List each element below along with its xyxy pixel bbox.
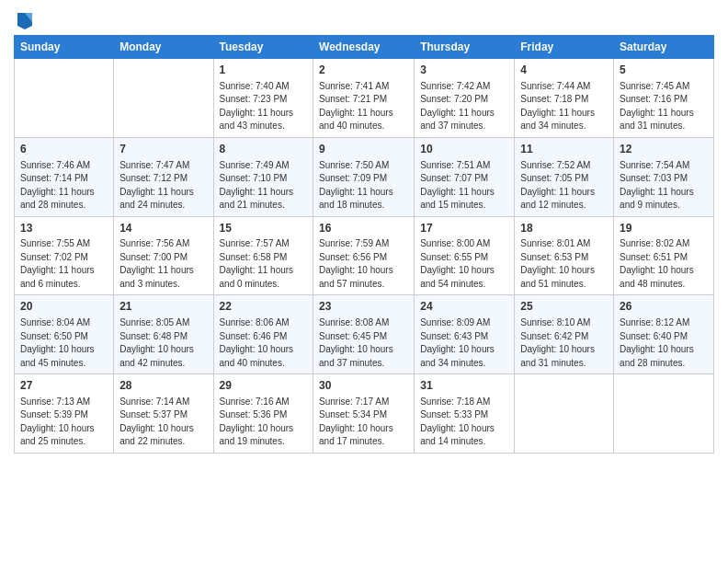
day-info: Sunrise: 7:52 AMSunset: 7:05 PMDaylight:… bbox=[520, 159, 608, 213]
day-cell: 26Sunrise: 8:12 AMSunset: 6:40 PMDayligh… bbox=[614, 295, 714, 374]
day-number: 4 bbox=[520, 63, 608, 78]
day-cell: 21Sunrise: 8:05 AMSunset: 6:48 PMDayligh… bbox=[114, 295, 213, 374]
day-info: Sunrise: 7:17 AMSunset: 5:34 PMDaylight:… bbox=[319, 396, 408, 449]
day-info: Sunrise: 7:45 AMSunset: 7:16 PMDaylight:… bbox=[620, 80, 708, 133]
day-info: Sunrise: 7:54 AMSunset: 7:03 PMDaylight:… bbox=[620, 159, 708, 213]
col-header-monday: Monday bbox=[114, 36, 213, 59]
calendar-table: SundayMondayTuesdayWednesdayThursdayFrid… bbox=[14, 35, 714, 454]
logo bbox=[14, 9, 34, 28]
day-cell: 6Sunrise: 7:46 AMSunset: 7:14 PMDaylight… bbox=[15, 137, 114, 216]
day-number: 6 bbox=[20, 142, 108, 157]
day-cell: 16Sunrise: 7:59 AMSunset: 6:56 PMDayligh… bbox=[313, 216, 415, 295]
day-info: Sunrise: 7:40 AMSunset: 7:23 PMDaylight:… bbox=[220, 80, 308, 133]
day-number: 18 bbox=[520, 221, 608, 236]
day-number: 29 bbox=[220, 378, 308, 394]
day-cell: 11Sunrise: 7:52 AMSunset: 7:05 PMDayligh… bbox=[515, 137, 614, 216]
day-info: Sunrise: 8:01 AMSunset: 6:53 PMDaylight:… bbox=[520, 237, 608, 291]
day-cell: 7Sunrise: 7:47 AMSunset: 7:12 PMDaylight… bbox=[114, 137, 213, 216]
day-number: 13 bbox=[20, 221, 108, 236]
week-row-1: 1Sunrise: 7:40 AMSunset: 7:23 PMDaylight… bbox=[15, 59, 714, 138]
day-cell: 22Sunrise: 8:06 AMSunset: 6:46 PMDayligh… bbox=[213, 295, 313, 374]
day-number: 8 bbox=[220, 142, 308, 157]
header-row: SundayMondayTuesdayWednesdayThursdayFrid… bbox=[15, 36, 714, 59]
day-info: Sunrise: 7:44 AMSunset: 7:18 PMDaylight:… bbox=[520, 80, 608, 133]
day-info: Sunrise: 8:00 AMSunset: 6:55 PMDaylight:… bbox=[420, 237, 508, 291]
day-number: 7 bbox=[119, 142, 207, 157]
day-info: Sunrise: 7:46 AMSunset: 7:14 PMDaylight:… bbox=[20, 159, 108, 213]
day-info: Sunrise: 7:41 AMSunset: 7:21 PMDaylight:… bbox=[319, 80, 408, 133]
day-cell: 8Sunrise: 7:49 AMSunset: 7:10 PMDaylight… bbox=[213, 137, 313, 216]
day-info: Sunrise: 7:18 AMSunset: 5:33 PMDaylight:… bbox=[420, 396, 508, 449]
day-info: Sunrise: 8:04 AMSunset: 6:50 PMDaylight:… bbox=[20, 316, 108, 370]
week-row-5: 27Sunrise: 7:13 AMSunset: 5:39 PMDayligh… bbox=[15, 374, 714, 454]
day-info: Sunrise: 7:56 AMSunset: 7:00 PMDaylight:… bbox=[119, 237, 207, 291]
day-cell: 17Sunrise: 8:00 AMSunset: 6:55 PMDayligh… bbox=[415, 216, 515, 295]
day-number: 31 bbox=[420, 378, 508, 394]
day-number: 9 bbox=[319, 142, 408, 157]
day-info: Sunrise: 7:50 AMSunset: 7:09 PMDaylight:… bbox=[319, 159, 408, 213]
day-cell: 10Sunrise: 7:51 AMSunset: 7:07 PMDayligh… bbox=[415, 137, 515, 216]
day-number: 28 bbox=[119, 378, 207, 394]
day-info: Sunrise: 7:16 AMSunset: 5:36 PMDaylight:… bbox=[220, 396, 308, 449]
day-info: Sunrise: 7:49 AMSunset: 7:10 PMDaylight:… bbox=[220, 159, 308, 213]
day-number: 23 bbox=[319, 299, 408, 315]
day-cell: 15Sunrise: 7:57 AMSunset: 6:58 PMDayligh… bbox=[213, 216, 313, 295]
day-number: 21 bbox=[119, 299, 207, 315]
day-info: Sunrise: 7:13 AMSunset: 5:39 PMDaylight:… bbox=[20, 396, 108, 449]
day-cell: 18Sunrise: 8:01 AMSunset: 6:53 PMDayligh… bbox=[515, 216, 614, 295]
day-number: 27 bbox=[20, 378, 108, 394]
week-row-2: 6Sunrise: 7:46 AMSunset: 7:14 PMDaylight… bbox=[15, 137, 714, 216]
day-cell: 24Sunrise: 8:09 AMSunset: 6:43 PMDayligh… bbox=[415, 295, 515, 374]
day-cell bbox=[114, 59, 213, 138]
day-info: Sunrise: 8:08 AMSunset: 6:45 PMDaylight:… bbox=[319, 316, 408, 370]
day-info: Sunrise: 7:55 AMSunset: 7:02 PMDaylight:… bbox=[20, 237, 108, 291]
day-cell: 29Sunrise: 7:16 AMSunset: 5:36 PMDayligh… bbox=[213, 374, 313, 454]
day-number: 24 bbox=[420, 299, 508, 315]
day-info: Sunrise: 7:42 AMSunset: 7:20 PMDaylight:… bbox=[420, 80, 508, 133]
week-row-3: 13Sunrise: 7:55 AMSunset: 7:02 PMDayligh… bbox=[15, 216, 714, 295]
day-info: Sunrise: 7:57 AMSunset: 6:58 PMDaylight:… bbox=[220, 237, 308, 291]
day-cell: 28Sunrise: 7:14 AMSunset: 5:37 PMDayligh… bbox=[114, 374, 213, 454]
day-info: Sunrise: 8:10 AMSunset: 6:42 PMDaylight:… bbox=[520, 316, 608, 370]
day-cell: 14Sunrise: 7:56 AMSunset: 7:00 PMDayligh… bbox=[114, 216, 213, 295]
day-cell: 3Sunrise: 7:42 AMSunset: 7:20 PMDaylight… bbox=[415, 59, 515, 138]
day-number: 19 bbox=[620, 221, 708, 236]
day-cell: 1Sunrise: 7:40 AMSunset: 7:23 PMDaylight… bbox=[213, 59, 313, 138]
day-number: 2 bbox=[319, 63, 408, 78]
day-number: 17 bbox=[420, 221, 508, 236]
day-cell: 9Sunrise: 7:50 AMSunset: 7:09 PMDaylight… bbox=[313, 137, 415, 216]
day-info: Sunrise: 8:05 AMSunset: 6:48 PMDaylight:… bbox=[119, 316, 207, 370]
day-cell bbox=[515, 374, 614, 454]
day-cell: 2Sunrise: 7:41 AMSunset: 7:21 PMDaylight… bbox=[313, 59, 415, 138]
day-cell: 19Sunrise: 8:02 AMSunset: 6:51 PMDayligh… bbox=[614, 216, 714, 295]
day-cell: 31Sunrise: 7:18 AMSunset: 5:33 PMDayligh… bbox=[415, 374, 515, 454]
day-info: Sunrise: 8:02 AMSunset: 6:51 PMDaylight:… bbox=[620, 237, 708, 291]
day-number: 16 bbox=[319, 221, 408, 236]
day-cell: 4Sunrise: 7:44 AMSunset: 7:18 PMDaylight… bbox=[515, 59, 614, 138]
day-number: 10 bbox=[420, 142, 508, 157]
day-number: 1 bbox=[220, 63, 308, 78]
day-number: 12 bbox=[620, 142, 708, 157]
day-number: 30 bbox=[319, 378, 408, 394]
logo-icon bbox=[16, 9, 34, 31]
header bbox=[14, 9, 714, 28]
day-cell: 20Sunrise: 8:04 AMSunset: 6:50 PMDayligh… bbox=[15, 295, 114, 374]
day-info: Sunrise: 8:09 AMSunset: 6:43 PMDaylight:… bbox=[420, 316, 508, 370]
day-number: 20 bbox=[20, 299, 108, 315]
day-info: Sunrise: 8:06 AMSunset: 6:46 PMDaylight:… bbox=[220, 316, 308, 370]
day-number: 25 bbox=[520, 299, 608, 315]
col-header-friday: Friday bbox=[515, 36, 614, 59]
day-cell: 13Sunrise: 7:55 AMSunset: 7:02 PMDayligh… bbox=[15, 216, 114, 295]
day-number: 15 bbox=[220, 221, 308, 236]
day-info: Sunrise: 7:51 AMSunset: 7:07 PMDaylight:… bbox=[420, 159, 508, 213]
day-cell: 25Sunrise: 8:10 AMSunset: 6:42 PMDayligh… bbox=[515, 295, 614, 374]
day-cell bbox=[15, 59, 114, 138]
day-number: 3 bbox=[420, 63, 508, 78]
day-number: 5 bbox=[620, 63, 708, 78]
day-info: Sunrise: 8:12 AMSunset: 6:40 PMDaylight:… bbox=[620, 316, 708, 370]
col-header-sunday: Sunday bbox=[15, 36, 114, 59]
day-number: 11 bbox=[520, 142, 608, 157]
col-header-thursday: Thursday bbox=[415, 36, 515, 59]
col-header-tuesday: Tuesday bbox=[213, 36, 313, 59]
day-cell: 23Sunrise: 8:08 AMSunset: 6:45 PMDayligh… bbox=[313, 295, 415, 374]
